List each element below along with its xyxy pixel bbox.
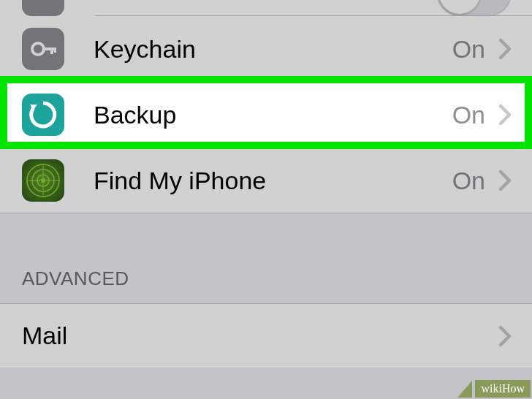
row-label: Find My iPhone bbox=[94, 167, 452, 195]
svg-rect-2 bbox=[50, 48, 53, 54]
settings-row-mail[interactable]: Mail bbox=[0, 303, 532, 368]
row-status: On bbox=[452, 35, 485, 64]
settings-row-toggle-partial[interactable] bbox=[0, 0, 532, 16]
chevron-right-icon bbox=[498, 38, 512, 60]
row-status: On bbox=[452, 101, 485, 129]
settings-screen: Keychain On Backup On bbox=[0, 0, 532, 399]
section-gap bbox=[0, 213, 532, 267]
svg-rect-3 bbox=[54, 48, 56, 53]
settings-row-backup[interactable]: Backup On bbox=[0, 82, 532, 148]
wikihow-watermark: wikiHow bbox=[475, 380, 531, 398]
find-my-iphone-icon bbox=[22, 159, 64, 202]
settings-row-find-my-iphone[interactable]: Find My iPhone On bbox=[0, 148, 532, 213]
app-icon-partial bbox=[22, 0, 64, 16]
svg-point-0 bbox=[32, 43, 44, 55]
svg-rect-1 bbox=[42, 48, 56, 50]
chevron-right-icon bbox=[498, 325, 512, 347]
row-label: Mail bbox=[22, 322, 498, 350]
section-header-advanced: ADVANCED bbox=[0, 267, 532, 303]
row-status: On bbox=[452, 167, 485, 195]
settings-row-keychain[interactable]: Keychain On bbox=[0, 16, 532, 82]
wikihow-watermark-tip bbox=[457, 381, 472, 398]
row-label: Keychain bbox=[94, 35, 452, 64]
backup-icon bbox=[22, 94, 64, 136]
row-label: Backup bbox=[94, 101, 452, 129]
toggle-switch[interactable] bbox=[437, 0, 512, 16]
chevron-right-icon bbox=[498, 170, 512, 191]
toggle-knob bbox=[439, 0, 480, 14]
chevron-right-icon bbox=[498, 104, 512, 126]
keychain-icon bbox=[22, 28, 64, 70]
